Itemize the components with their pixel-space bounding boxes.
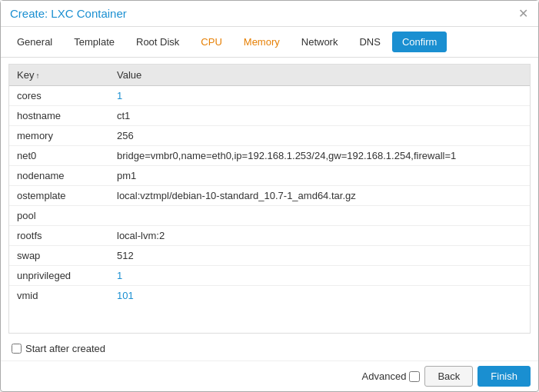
row-key: nodename xyxy=(9,166,109,186)
back-button[interactable]: Back xyxy=(424,366,473,387)
advanced-label[interactable]: Advanced xyxy=(362,370,421,382)
row-value: 1 xyxy=(109,86,530,106)
table-row: cores1 xyxy=(9,86,530,106)
tab-template[interactable]: Template xyxy=(64,32,125,52)
row-key: swap xyxy=(9,246,109,266)
row-value: local-lvm:2 xyxy=(109,226,530,246)
row-value: pm1 xyxy=(109,166,530,186)
table-row: nodenamepm1 xyxy=(9,166,530,186)
table-row: unprivileged1 xyxy=(9,266,530,286)
row-value: 256 xyxy=(109,126,530,146)
table-row: pool xyxy=(9,206,530,226)
col-key-header[interactable]: Key↑ xyxy=(9,65,109,86)
table-row: swap512 xyxy=(9,246,530,266)
lxc-create-dialog: Create: LXC Container ✕ General Template… xyxy=(0,0,539,392)
confirm-table: Key↑ Value cores1hostnamect1memory256net… xyxy=(9,65,530,305)
close-button[interactable]: ✕ xyxy=(517,8,529,20)
confirm-table-container: Key↑ Value cores1hostnamect1memory256net… xyxy=(8,64,531,334)
table-row: net0bridge=vmbr0,name=eth0,ip=192.168.1.… xyxy=(9,146,530,166)
row-key: memory xyxy=(9,126,109,146)
tab-cpu[interactable]: CPU xyxy=(191,32,231,52)
row-key: unprivileged xyxy=(9,266,109,286)
table-row: ostemplatelocal:vztmpl/debian-10-standar… xyxy=(9,186,530,206)
table-row: memory256 xyxy=(9,126,530,146)
row-value: 512 xyxy=(109,246,530,266)
start-after-created-label[interactable]: Start after created xyxy=(12,343,105,354)
row-key: hostname xyxy=(9,106,109,126)
table-row: rootfslocal-lvm:2 xyxy=(9,226,530,246)
advanced-checkbox[interactable] xyxy=(409,371,420,382)
row-key: cores xyxy=(9,86,109,106)
row-value: ct1 xyxy=(109,106,530,126)
row-value: local:vztmpl/debian-10-standard_10.7-1_a… xyxy=(109,186,530,206)
tab-general[interactable]: General xyxy=(7,32,62,52)
tab-root-disk[interactable]: Root Disk xyxy=(126,32,189,52)
tab-network[interactable]: Network xyxy=(291,32,348,52)
tab-dns[interactable]: DNS xyxy=(349,32,390,52)
finish-button[interactable]: Finish xyxy=(477,366,531,387)
title-bar: Create: LXC Container ✕ xyxy=(1,1,538,27)
row-value: bridge=vmbr0,name=eth0,ip=192.168.1.253/… xyxy=(109,146,530,166)
dialog-title: Create: LXC Container xyxy=(10,7,127,20)
start-after-created-checkbox[interactable] xyxy=(12,344,22,354)
row-value: 1 xyxy=(109,266,530,286)
row-value: 101 xyxy=(109,286,530,306)
sort-arrow-icon: ↑ xyxy=(35,71,39,80)
row-key: rootfs xyxy=(9,226,109,246)
row-value xyxy=(109,206,530,226)
row-key: ostemplate xyxy=(9,186,109,206)
col-value-header: Value xyxy=(109,65,530,86)
row-key: net0 xyxy=(9,146,109,166)
content-area: Key↑ Value cores1hostnamect1memory256net… xyxy=(1,58,538,360)
tab-confirm[interactable]: Confirm xyxy=(392,32,448,52)
footer-right: Advanced Back Finish xyxy=(1,360,538,391)
tab-memory[interactable]: Memory xyxy=(234,32,290,52)
table-row: vmid101 xyxy=(9,286,530,306)
footer-left: Start after created xyxy=(1,337,538,360)
tab-bar: General Template Root Disk CPU Memory Ne… xyxy=(1,27,538,58)
table-row: hostnamect1 xyxy=(9,106,530,126)
row-key: vmid xyxy=(9,286,109,306)
row-key: pool xyxy=(9,206,109,226)
